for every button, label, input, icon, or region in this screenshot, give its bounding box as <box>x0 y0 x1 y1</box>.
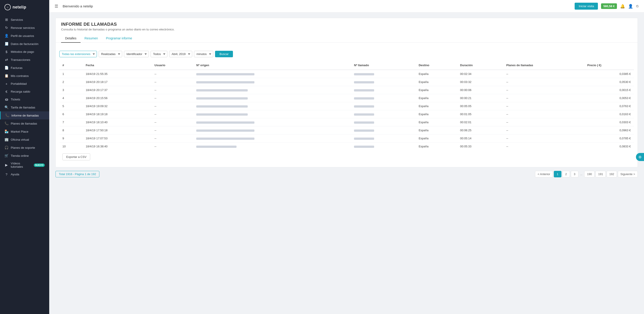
page-title: INFORME DE LLAMADAS <box>61 22 632 27</box>
sidebar-item-servicios[interactable]: ⊞ Servicios <box>0 16 49 24</box>
cell-origen <box>193 110 351 118</box>
sidebar-item-tienda[interactable]: 🛒 Tienda online <box>0 152 49 160</box>
page-btn-192[interactable]: 192 <box>607 171 617 177</box>
cell-planes: -- <box>503 78 584 86</box>
marketplace-icon: 🏪 <box>4 129 8 133</box>
periodo-select[interactable]: Abril, 2019 <box>169 51 192 57</box>
sidebar-item-videos[interactable]: ▶ Vídeos tutoriales NUEVO <box>0 160 49 170</box>
cell-origen <box>193 126 351 134</box>
sidebar-label-recarga: Recarga saldo <box>11 90 45 93</box>
sidebar-item-renovar[interactable]: ↻ Renovar servicios <box>0 24 49 32</box>
logo[interactable]: ○ netelip <box>0 0 49 14</box>
cell-num: 2 <box>59 78 82 86</box>
contratos-icon: 📋 <box>4 74 8 78</box>
cell-destino: España <box>416 110 457 118</box>
table-row: 2 18/4/19 20:18:17 -- España 00:03:32 --… <box>59 78 634 86</box>
sidebar-label-transacciones: Transacciones <box>11 58 45 61</box>
sidebar-item-perfil[interactable]: 👤 Perfil de usuarios <box>0 32 49 40</box>
cell-llamado <box>351 70 416 78</box>
sidebar-item-pagos[interactable]: $ Métodos de pago <box>0 48 49 56</box>
page-btn-3[interactable]: 3 <box>571 171 578 177</box>
pagination-controls: < Anterior123...190191192Siguiente > <box>535 171 638 177</box>
tab-detalles[interactable]: Detalles <box>61 34 80 43</box>
sidebar-item-facturas[interactable]: 📄 Facturas <box>0 64 49 72</box>
cell-usuario: -- <box>151 110 193 118</box>
cell-origen <box>193 118 351 126</box>
cell-planes: -- <box>503 118 584 126</box>
sidebar-item-ayuda[interactable]: ? Ayuda <box>0 170 49 178</box>
cell-fecha: 18/4/19 20:15:56 <box>82 94 151 102</box>
planes-icon: 📞 <box>4 121 8 125</box>
buscar-button[interactable]: Buscar <box>215 51 233 57</box>
tienda-icon: 🛒 <box>4 154 8 158</box>
table-row: 6 18/4/19 18:19:18 -- España 00:01:05 --… <box>59 110 634 118</box>
page-btn-1[interactable]: 1 <box>554 171 562 177</box>
sidebar-item-tarifa[interactable]: 🔍 Tarifa de llamadas <box>0 103 49 111</box>
sidebar-label-marketplace: Market Place <box>11 130 45 133</box>
notification-icon[interactable]: 🔔 <box>620 4 625 9</box>
unidad-select[interactable]: minutos <box>194 51 213 57</box>
cell-llamado <box>351 134 416 142</box>
sidebar-label-oficina: Oficina virtual <box>11 138 45 141</box>
sidebar-item-facturacion[interactable]: 🧾 Datos de facturación <box>0 40 49 48</box>
iniciar-visita-button[interactable]: Iniciar visita <box>575 3 598 9</box>
sidebar-item-recarga[interactable]: € Recarga saldo <box>0 88 49 95</box>
sidebar-item-tickets[interactable]: 🎟 Tickets <box>0 95 49 103</box>
sidebar-item-soporte[interactable]: 🎧 Planes de soporte <box>0 144 49 152</box>
sidebar-label-servicios: Servicios <box>11 18 45 21</box>
cell-duracion: 00:02:34 <box>457 70 503 78</box>
cell-precio: 0,0963 € <box>584 126 634 134</box>
cell-origen <box>193 86 351 94</box>
sidebar-label-contratos: Mis contratos <box>11 74 45 78</box>
extensions-select[interactable]: Todas las extensiones <box>59 51 97 57</box>
cell-origen <box>193 142 351 151</box>
cell-destino: España <box>416 86 457 94</box>
page-btn-2[interactable]: 2 <box>562 171 570 177</box>
cell-precio: 0,0053 € <box>584 94 634 102</box>
col-usuario: Usuario <box>151 61 193 70</box>
tipo-select[interactable]: Realizadas <box>99 51 122 57</box>
cell-fecha: 18/4/19 19:09:32 <box>82 102 151 110</box>
sidebar-label-ayuda: Ayuda <box>11 173 45 176</box>
sidebar-item-oficina[interactable]: 🏢 Oficina virtual <box>0 136 49 144</box>
table-row: 7 18/4/19 18:10:40 -- España 00:02:01 --… <box>59 118 634 126</box>
sidebar-item-marketplace[interactable]: 🏪 Market Place <box>0 127 49 136</box>
cell-precio: 0,0763 € <box>584 102 634 110</box>
page-btn-191[interactable]: 191 <box>596 171 606 177</box>
cell-llamado <box>351 142 416 151</box>
sidebar-label-videos: Vídeos tutoriales <box>11 162 32 168</box>
sidebar-item-transacciones[interactable]: ⇄ Transacciones <box>0 56 49 64</box>
sidebar-item-portabilidad[interactable]: + Portabilidad <box>0 80 49 88</box>
cell-origen <box>193 70 351 78</box>
export-csv-button[interactable]: Exportar a CSV <box>62 153 90 160</box>
page-btn-190[interactable]: 190 <box>584 171 594 177</box>
next-page-button[interactable]: Siguiente > <box>618 171 638 177</box>
col-fecha: Fecha <box>82 61 151 70</box>
cell-num: 9 <box>59 134 82 142</box>
sidebar-label-tickets: Tickets <box>11 98 45 101</box>
cell-destino: España <box>416 70 457 78</box>
sidebar-item-contratos[interactable]: 📋 Mis contratos <box>0 72 49 80</box>
cell-usuario: -- <box>151 102 193 110</box>
hamburger-icon[interactable]: ☰ <box>54 4 58 9</box>
logout-icon[interactable]: ⎋ <box>636 4 639 8</box>
balance-badge[interactable]: 580,58 € <box>601 3 617 9</box>
sidebar-item-informe[interactable]: 📞 Informe de llamadas <box>0 111 49 119</box>
cell-planes: -- <box>503 86 584 94</box>
todos-select[interactable]: Todos <box>150 51 168 57</box>
sidebar-item-planes[interactable]: 📞 Planes de llamadas <box>0 119 49 127</box>
sidebar-label-soporte: Planes de soporte <box>11 146 45 149</box>
cell-llamado <box>351 94 416 102</box>
settings-fab[interactable]: ⚙ <box>636 153 644 161</box>
cell-origen <box>193 78 351 86</box>
user-icon[interactable]: 👤 <box>628 4 633 9</box>
sidebar-label-perfil: Perfil de usuarios <box>11 34 45 37</box>
prev-page-button[interactable]: < Anterior <box>535 171 553 177</box>
page-card: INFORME DE LLAMADAS Consulta tu historia… <box>56 18 638 167</box>
cell-fecha: 18/4/19 17:07:53 <box>82 134 151 142</box>
col-destino: Destino <box>416 61 457 70</box>
identificador-select[interactable]: Identificador <box>124 51 149 57</box>
calls-table: #FechaUsuarioNº origenNº llamadoDestinoD… <box>59 61 634 150</box>
tab-resumen[interactable]: Resumen <box>80 34 102 43</box>
tab-programar[interactable]: Programar informe <box>102 34 136 43</box>
